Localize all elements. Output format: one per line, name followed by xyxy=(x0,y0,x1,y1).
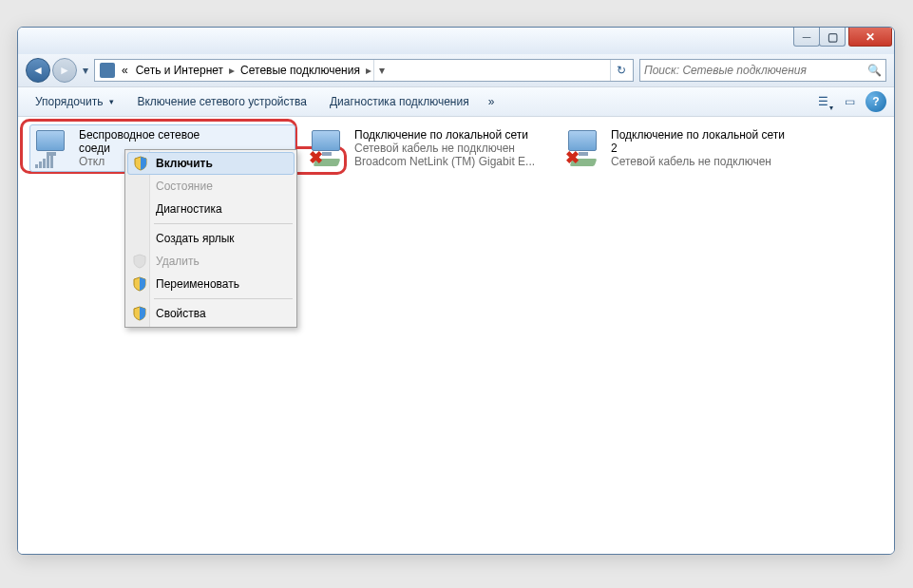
toolbar-chevron[interactable]: » xyxy=(483,91,501,112)
context-separator xyxy=(154,298,293,299)
back-button[interactable]: ◄ xyxy=(26,58,50,83)
minimize-button[interactable]: ─ xyxy=(793,28,820,47)
close-button[interactable]: ✕ xyxy=(848,28,892,47)
disconnected-x-icon: ✖ xyxy=(309,147,323,168)
address-dropdown[interactable]: ▾ xyxy=(373,60,390,81)
ethernet-icon: ✖ xyxy=(565,128,605,168)
item-line3: Сетевой кабель не подключен xyxy=(611,155,785,168)
explorer-window: ─ ▢ ✕ ◄ ► ▾ « Сеть и Интернет ▸ Сетевые … xyxy=(17,27,895,555)
connection-item-lan1[interactable]: ✖ Подключение по локальной сети Сетевой … xyxy=(305,124,571,172)
shield-icon xyxy=(133,156,148,171)
connection-item-lan2[interactable]: ✖ Подключение по локальной сети 2 Сетево… xyxy=(561,124,827,172)
item-line3: Broadcom NetLink (TM) Gigabit E... xyxy=(354,155,535,168)
item-text: Подключение по локальной сети Сетевой ка… xyxy=(354,128,535,168)
context-diagnostics[interactable]: Диагностика xyxy=(127,198,295,220)
wireless-icon xyxy=(33,128,73,168)
chevron-right-icon[interactable]: ▸ xyxy=(364,64,373,77)
context-rename[interactable]: Переименовать xyxy=(127,273,295,295)
address-bar[interactable]: « Сеть и Интернет ▸ Сетевые подключения … xyxy=(94,59,634,82)
location-icon xyxy=(100,63,115,78)
shield-icon xyxy=(132,276,147,292)
organize-button[interactable]: Упорядочить xyxy=(26,91,124,112)
forward-button[interactable]: ► xyxy=(52,58,77,83)
window-controls: ─ ▢ ✕ xyxy=(794,28,892,47)
search-box[interactable]: 🔍 xyxy=(639,59,886,82)
chevron-right-icon[interactable]: ▸ xyxy=(227,64,237,77)
context-enable-label: Включить xyxy=(156,157,213,170)
content-area[interactable]: Беспроводное сетевое соеди Откл ✖ Подклю… xyxy=(18,117,894,554)
item-title: Подключение по локальной сети xyxy=(611,128,785,142)
shield-icon xyxy=(132,306,147,321)
refresh-button[interactable]: ↻ xyxy=(610,60,631,81)
maximize-button[interactable]: ▢ xyxy=(819,28,846,47)
preview-pane-button[interactable]: ▭ xyxy=(839,91,860,112)
shield-icon xyxy=(132,254,147,269)
titlebar[interactable]: ─ ▢ ✕ xyxy=(18,28,894,54)
search-icon: 🔍 xyxy=(867,64,882,77)
navigation-row: ◄ ► ▾ « Сеть и Интернет ▸ Сетевые подклю… xyxy=(18,54,894,86)
context-properties[interactable]: Свойства xyxy=(127,302,295,325)
breadcrumb-segment[interactable]: Сетевые подключения xyxy=(237,64,364,77)
enable-device-button[interactable]: Включение сетевого устройства xyxy=(127,91,316,112)
item-line2: Сетевой кабель не подключен xyxy=(354,142,535,155)
item-line2: 2 xyxy=(611,142,785,155)
disconnected-x-icon: ✖ xyxy=(565,147,580,168)
ethernet-icon: ✖ xyxy=(309,128,349,168)
item-title: Подключение по локальной сети xyxy=(354,128,535,142)
item-title: Беспроводное сетевое xyxy=(79,128,200,142)
toolbar-right: ☰▾ ▭ ? xyxy=(812,91,886,112)
context-delete: Удалить xyxy=(127,250,295,273)
breadcrumb-segment[interactable]: Сеть и Интернет xyxy=(132,64,227,77)
breadcrumb-prefix[interactable]: « xyxy=(118,64,132,77)
context-menu: Включить Состояние Диагностика Создать я… xyxy=(124,149,297,328)
context-enable[interactable]: Включить xyxy=(127,152,295,175)
toolbar: Упорядочить Включение сетевого устройств… xyxy=(18,86,894,117)
search-input[interactable] xyxy=(644,64,867,77)
help-button[interactable]: ? xyxy=(865,91,886,112)
context-create-shortcut[interactable]: Создать ярлык xyxy=(127,227,295,250)
view-options-button[interactable]: ☰▾ xyxy=(812,91,833,112)
context-separator xyxy=(154,223,293,224)
diagnose-button[interactable]: Диагностика подключения xyxy=(320,91,479,112)
context-status: Состояние xyxy=(127,175,295,198)
history-dropdown[interactable]: ▾ xyxy=(79,61,92,80)
item-text: Подключение по локальной сети 2 Сетевой … xyxy=(611,128,785,168)
